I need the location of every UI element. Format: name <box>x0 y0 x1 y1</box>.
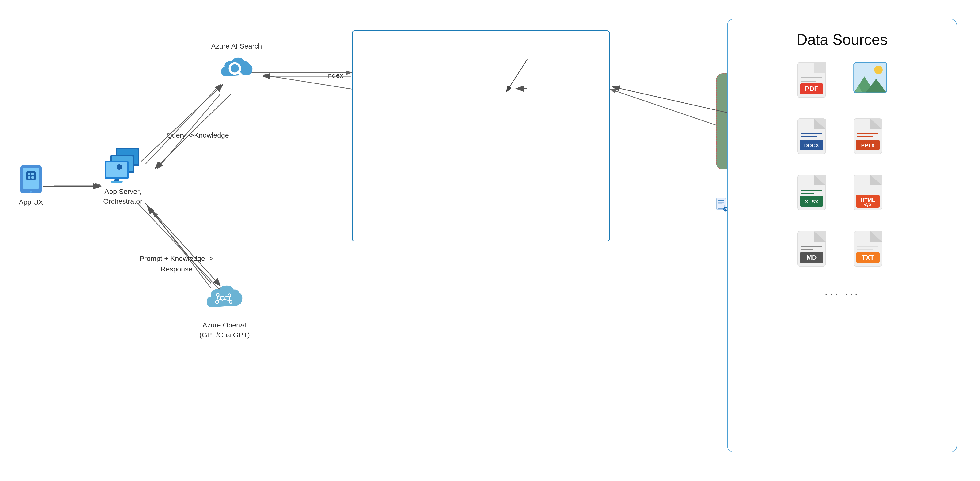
svg-point-17 <box>30 191 32 193</box>
svg-text:MD: MD <box>807 254 817 261</box>
pdf-icon: PDF <box>795 60 833 102</box>
md-file-item: MD <box>795 229 833 271</box>
svg-line-116 <box>612 87 727 113</box>
pptx-file-item: PPTX <box>851 116 889 159</box>
svg-rect-45 <box>725 207 726 208</box>
svg-text:TXT: TXT <box>862 254 874 261</box>
processing-box: Semantic chunk Extract <box>352 30 610 241</box>
data-sources-title: Data Sources <box>797 31 888 48</box>
docx-icon: DOCX <box>795 116 833 159</box>
svg-text:XLSX: XLSX <box>805 199 818 205</box>
inner-arrows <box>353 31 609 241</box>
svg-point-68 <box>874 66 883 74</box>
server-icon <box>104 145 142 183</box>
svg-text:DOCX: DOCX <box>804 143 819 148</box>
txt-icon: TXT <box>851 229 889 271</box>
svg-line-6 <box>153 211 211 288</box>
azure-search-section: Azure AI Search <box>211 42 262 84</box>
pptx-icon: PPTX <box>851 116 889 159</box>
xlsx-icon: XLSX <box>795 173 833 215</box>
azure-openai-section: Azure OpenAI(GPT/ChatGPT) <box>199 281 250 340</box>
docx-file-item: DOCX <box>795 116 833 159</box>
svg-text:PDF: PDF <box>805 85 818 92</box>
svg-rect-46 <box>725 211 726 212</box>
svg-line-5 <box>138 204 223 293</box>
svg-rect-16 <box>32 176 34 179</box>
svg-text:</>: </> <box>864 202 872 208</box>
xlsx-file-item: XLSX <box>795 173 833 215</box>
file-icons-grid: PDF <box>795 60 889 271</box>
app-server-label: App Server,Orchestrator <box>103 187 142 206</box>
prompt-knowledge-label: Prompt + Knowledge ->Response <box>140 253 213 274</box>
svg-point-44 <box>725 209 726 210</box>
tablet-icon <box>19 164 43 195</box>
svg-line-32 <box>506 59 527 92</box>
svg-rect-15 <box>28 176 30 179</box>
svg-rect-61 <box>814 62 826 73</box>
diagram-container: App UX App Server,Orchestrator Query ->K… <box>0 0 980 481</box>
azure-openai-icon <box>205 281 245 316</box>
svg-rect-23 <box>107 162 127 177</box>
app-ux-label: App UX <box>19 198 43 206</box>
md-icon: MD <box>795 229 833 271</box>
index-label: Index <box>326 71 343 79</box>
svg-rect-47 <box>723 209 724 210</box>
app-server-section: App Server,Orchestrator <box>103 145 142 206</box>
svg-text:PPTX: PPTX <box>861 143 875 148</box>
svg-rect-13 <box>28 173 30 175</box>
image-icon <box>851 60 889 102</box>
query-knowledge-label: Query ->Knowledge <box>167 131 229 139</box>
ellipsis-label: ... ... <box>824 285 859 298</box>
data-sources-container: Data Sources PDF <box>727 19 957 452</box>
svg-line-54 <box>218 296 223 296</box>
svg-rect-12 <box>26 171 36 181</box>
svg-rect-14 <box>32 173 34 175</box>
app-ux-section: App UX <box>19 164 43 206</box>
azure-openai-label: Azure OpenAI(GPT/ChatGPT) <box>199 320 250 340</box>
svg-rect-28 <box>111 181 123 183</box>
azure-search-label: Azure AI Search <box>211 42 262 50</box>
pdf-file-item: PDF <box>795 60 833 102</box>
image-file-item <box>851 60 889 102</box>
txt-file-item: TXT <box>851 229 889 271</box>
html-icon: HTML </> <box>851 173 889 215</box>
html-file-item: HTML </> <box>851 173 889 215</box>
svg-line-7 <box>610 89 727 129</box>
svg-line-2 <box>145 84 221 164</box>
azure-search-icon <box>219 54 254 84</box>
svg-line-111 <box>141 84 223 162</box>
